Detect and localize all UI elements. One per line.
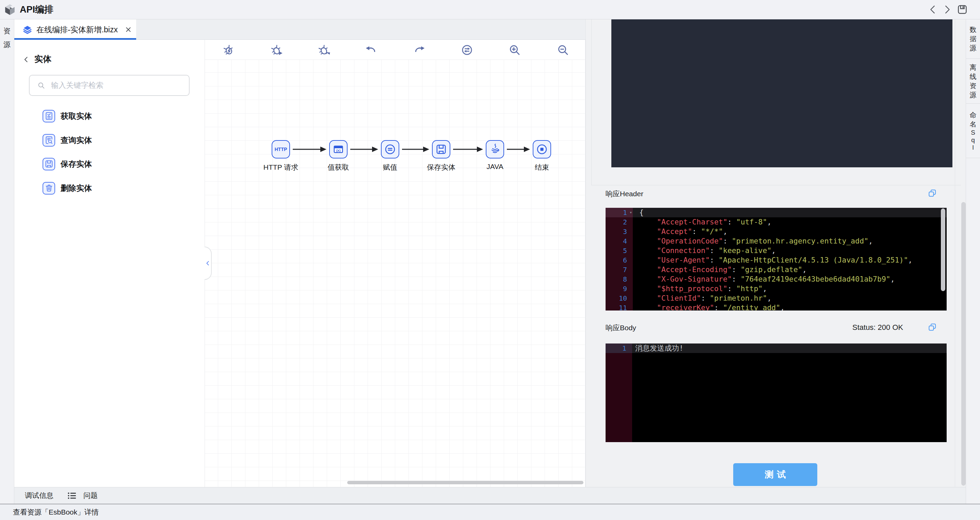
code-text: "User-Agent": "Apache-HttpClient/4.5.13 … <box>633 255 947 265</box>
palette-item-floppy[interactable]: 保存实体 <box>43 157 92 171</box>
code-text: "Connection": "keep-alive", <box>633 246 947 255</box>
flow-node-label: 保存实体 <box>427 163 455 172</box>
copy-icon <box>928 323 937 332</box>
status-text[interactable]: 查看资源「EsbBook」详情 <box>13 507 99 517</box>
flow-node-value-get[interactable] <box>329 140 348 159</box>
collapse-left-panel-handle[interactable] <box>205 247 212 280</box>
palette-item-doc-check[interactable]: 获取实体 <box>43 108 92 124</box>
sync-icon <box>461 44 473 56</box>
palette-item-doc-search[interactable]: 查询实体 <box>43 133 92 147</box>
debug-bar: 调试信息 问题 <box>14 487 966 504</box>
palette-item-trash[interactable]: 删除实体 <box>43 181 92 195</box>
palette-title: 实体 <box>34 53 51 65</box>
code-line-7[interactable]: 7 "Accept-Encoding": "gzip,deflate", <box>606 265 947 274</box>
code-line-9[interactable]: 9 "$http_protocol": "http", <box>606 284 947 293</box>
right-tab-offline-resources[interactable]: 离线资源 <box>966 59 980 104</box>
canvas-horizontal-scrollbar[interactable] <box>347 481 584 484</box>
line-number: 2 <box>606 217 633 227</box>
copy-response-header-button[interactable] <box>928 189 937 198</box>
flow-node-label: 赋值 <box>383 163 397 172</box>
line-number: 8 <box>606 274 633 284</box>
line-number: 7 <box>606 265 633 274</box>
app-title: API编排 <box>20 0 53 19</box>
right-tab-label: 数据源 <box>970 25 977 53</box>
undo-button[interactable] <box>364 44 377 57</box>
code-line-8[interactable]: 8 "X-Gov-Signature": "764eaf2419ec4643be… <box>606 274 947 284</box>
code-line-4[interactable]: 4 "OperationCode": "primeton.hr.agency.e… <box>606 236 947 246</box>
flow-node-label: 结束 <box>535 163 549 172</box>
tab-active-file[interactable]: 在线编排-实体新增.bizx <box>14 19 136 40</box>
tab-close-button[interactable] <box>124 25 132 34</box>
test-button[interactable]: 测试 <box>733 463 817 486</box>
right-panel-scrollbar-thumb[interactable] <box>961 202 966 486</box>
line-number: 4 <box>606 236 633 246</box>
debug-run-button[interactable] <box>270 44 283 57</box>
right-tab-named-sql[interactable]: 命名Sql <box>966 104 980 158</box>
code-line-11[interactable]: 11 "receiverKey": "/entity_add", <box>606 303 947 311</box>
flow-node-label: 值获取 <box>328 163 349 172</box>
flow-canvas[interactable]: HTTPHTTP 请求值获取赋值保存实体JAVA结束 <box>205 40 585 487</box>
code-text: "Accept-Charset": "utf-8", <box>633 217 947 227</box>
problems-tab[interactable]: 问题 <box>66 490 98 501</box>
debug-step-over-icon <box>318 44 331 56</box>
code-line-6[interactable]: 6 "User-Agent": "Apache-HttpClient/4.5.1… <box>606 255 947 265</box>
fold-caret-icon[interactable]: ▾ <box>629 208 632 217</box>
line-number: 10 <box>606 293 633 303</box>
editor-scrollbar[interactable] <box>941 208 945 291</box>
palette-header: 实体 <box>22 53 51 65</box>
sidebar-tab-resources[interactable]: 资源 <box>0 24 14 51</box>
flow-node-java[interactable] <box>486 140 504 159</box>
close-icon <box>124 25 132 34</box>
java-icon <box>489 144 501 155</box>
code-line-5[interactable]: 5 "Connection": "keep-alive", <box>606 246 947 255</box>
redo-button[interactable] <box>413 44 426 57</box>
flow-node-save-entity[interactable] <box>432 140 450 159</box>
nav-forward-button[interactable] <box>942 5 952 14</box>
copy-response-body-button[interactable] <box>928 323 937 332</box>
code-line-1[interactable]: 1消息发送成功! <box>606 344 947 353</box>
debug-restart-button[interactable] <box>223 44 236 57</box>
code-line-1[interactable]: 1▾{ <box>606 208 947 217</box>
zoom-out-icon <box>557 44 569 56</box>
flow-node-end[interactable] <box>533 140 551 159</box>
nav-back-button[interactable] <box>928 5 938 14</box>
value-get-icon <box>332 144 344 155</box>
flow-node-http[interactable]: HTTP <box>272 140 290 159</box>
debug-info-tab[interactable]: 调试信息 <box>25 491 53 500</box>
flow-node-label: HTTP 请求 <box>264 163 298 172</box>
list-icon <box>66 490 78 501</box>
flow-node-assign[interactable] <box>381 140 399 159</box>
save-entity-icon <box>435 144 447 155</box>
zoom-out-button[interactable] <box>557 44 570 57</box>
search-input[interactable] <box>51 81 180 90</box>
code-line-3[interactable]: 3 "Accept": "*/*", <box>606 227 947 236</box>
node-palette-panel: 实体 获取实体查询实体保存实体删除实体 <box>14 40 205 487</box>
sync-button[interactable] <box>461 44 474 57</box>
palette-item-label: 保存实体 <box>60 159 92 170</box>
palette-item-label: 获取实体 <box>60 111 92 121</box>
palette-item-label: 查询实体 <box>60 135 92 146</box>
zoom-in-button[interactable] <box>508 44 521 57</box>
debug-step-over-button[interactable] <box>318 44 331 57</box>
request-editor[interactable] <box>611 19 953 167</box>
palette-item-label: 删除实体 <box>60 183 92 193</box>
right-tab-datasource[interactable]: 数据源 <box>966 19 980 59</box>
right-tab-label: 离线资源 <box>970 63 977 100</box>
code-text: "ClientId": "primeton.hr", <box>633 293 947 303</box>
flow-node-label: JAVA <box>487 163 503 171</box>
code-text: "receiverKey": "/entity_add", <box>633 303 947 311</box>
editor-lines: 1消息发送成功! <box>606 344 947 353</box>
code-line-2[interactable]: 2 "Accept-Charset": "utf-8", <box>606 217 947 227</box>
chevron-left-icon <box>22 55 30 64</box>
code-text: "$http_protocol": "http", <box>633 284 947 293</box>
editor-lines: 1▾{2 "Accept-Charset": "utf-8",3 "Accept… <box>606 208 947 311</box>
http-icon: HTTP <box>275 147 287 152</box>
code-text: 消息发送成功! <box>632 344 947 353</box>
line-number: 1▾ <box>606 208 633 217</box>
response-header-editor[interactable]: 1▾{2 "Accept-Charset": "utf-8",3 "Accept… <box>606 208 947 311</box>
code-line-10[interactable]: 10 "ClientId": "primeton.hr", <box>606 293 947 303</box>
response-body-editor[interactable]: 1消息发送成功! <box>606 344 947 442</box>
save-button[interactable] <box>957 4 967 14</box>
palette-back-button[interactable] <box>22 55 29 63</box>
app-logo-icon <box>4 4 16 15</box>
